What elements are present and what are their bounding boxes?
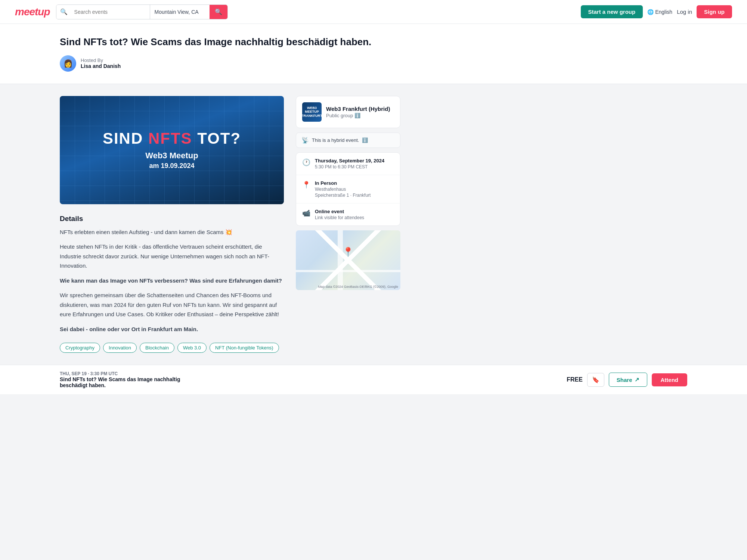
attend-button[interactable]: Attend [652,373,688,386]
location-content: In Person Westhafenhaus Speicherstraße 1… [315,180,371,198]
map-pin: 📍 [342,247,354,257]
venue-name: Westhafenhaus [315,187,371,192]
image-date: am 19.09.2024 [103,162,241,170]
event-header: Sind NFTs tot? Wie Scams das Image nachh… [0,24,747,84]
image-tot: TOT? [197,130,241,147]
video-icon: 📹 [302,209,310,220]
tag-innovation[interactable]: Innovation [103,343,137,353]
right-column: WEB3MEETUPFRANKFURT Web3 Frankfurt (Hybr… [296,96,400,290]
search-bar: 🔍 Mountain View, CA 🔍 [56,4,228,19]
hosted-by-label: Hosted By [81,57,121,63]
details-paragraph3: Wir sprechen gemeinsam über die Schatten… [60,290,284,319]
event-image: SIND NFTS TOT? Web3 Meetup am 19.09.2024 [60,96,284,204]
online-label: Online event [315,209,364,214]
tags-list: Cryptography Innovation Blockchain Web 3… [60,343,284,353]
online-row: 📹 Online event Link visible for attendee… [296,203,400,225]
share-button[interactable]: Share ↗ [609,373,647,387]
date-row: 🕐 Thursday, September 19, 2024 5:30 PM t… [296,153,400,175]
details-heading: Details [60,215,284,223]
image-subtitle: Web3 Meetup [103,151,241,161]
globe-icon: 🌐 [647,9,654,15]
location-icon: 📍 [302,181,310,198]
group-card: WEB3MEETUPFRANKFURT Web3 Frankfurt (Hybr… [296,96,400,128]
host-name: Lisa and Danish [81,63,121,69]
hybrid-icon: 📡 [301,137,309,144]
venue-address: Speicherstraße 1 · Frankfurt [315,193,371,198]
location-input[interactable]: Mountain View, CA [150,5,210,19]
online-sub: Link visible for attendees [315,215,364,220]
event-title: Sind NFTs tot? Wie Scams das Image nachh… [60,36,687,49]
image-nfts: NFTS [148,130,192,147]
price-badge: FREE [567,376,583,383]
tag-blockchain[interactable]: Blockchain [140,343,174,353]
details-closing: Sei dabei - online oder vor Ort in Frank… [60,324,284,334]
left-column: SIND NFTS TOT? Web3 Meetup am 19.09.2024… [60,96,284,353]
group-name: Web3 Frankfurt (Hybrid) [326,106,390,112]
online-content: Online event Link visible for attendees [315,209,364,220]
search-icon: 🔍 [56,5,71,19]
footer-bar: THU, SEP 19 · 3:30 PM UTC Sind NFTs tot?… [0,365,747,394]
clock-icon: 🕐 [302,158,310,169]
share-label: Share [617,377,632,383]
main-content: SIND NFTS TOT? Web3 Meetup am 19.09.2024… [0,84,747,365]
location-row: 📍 In Person Westhafenhaus Speicherstraße… [296,175,400,203]
tag-cryptography[interactable]: Cryptography [60,343,100,353]
event-image-content: SIND NFTS TOT? Web3 Meetup am 19.09.2024 [95,122,248,177]
map-container[interactable]: 📍 Map data ©2024 GeoBasis-DE/BKG (©2009)… [296,230,400,290]
bookmark-button[interactable]: 🔖 [587,373,604,387]
group-logo: WEB3MEETUPFRANKFURT [302,102,322,122]
host-info: Hosted By Lisa and Danish [81,57,121,69]
details-section: Details NFTs erlebten einen steilen Aufs… [60,215,284,353]
group-info: WEB3MEETUPFRANKFURT Web3 Frankfurt (Hybr… [302,102,394,122]
search-button[interactable]: 🔍 [210,5,227,19]
search-input[interactable] [71,5,150,19]
location-type: In Person [315,180,371,186]
image-headline: SIND NFTS TOT? [103,130,241,147]
new-group-button[interactable]: Start a new group [581,5,643,18]
share-icon: ↗ [635,376,639,383]
details-paragraph2: Heute stehen NFTs in der Kritik - das öf… [60,242,284,271]
avatar: 👩 [60,55,76,72]
hosted-by: 👩 Hosted By Lisa and Danish [60,55,687,72]
image-sind: SIND [103,130,143,147]
event-info-card: 🕐 Thursday, September 19, 2024 5:30 PM t… [296,152,400,226]
map-background: 📍 Map data ©2024 GeoBasis-DE/BKG (©2009)… [296,230,400,290]
hybrid-badge: 📡 This is a hybrid event. ℹ️ [296,133,400,148]
hybrid-text: This is a hybrid event. [312,137,359,143]
map-caption: Map data ©2024 GeoBasis-DE/BKG (©2009), … [318,285,398,289]
language-selector[interactable]: 🌐 English [647,9,672,15]
tag-nft[interactable]: NFT (Non-fungible Tokens) [210,343,279,353]
group-type-label: Public group [326,113,353,118]
meetup-logo[interactable]: meetup [15,6,50,18]
nav-right: Start a new group 🌐 English Log in Sign … [581,5,732,18]
details-question: Wie kann man das Image von NFTs verbesse… [60,276,284,286]
group-public: Public group ℹ️ [326,113,390,118]
hybrid-info-icon: ℹ️ [362,137,368,143]
info-icon: ℹ️ [354,113,360,118]
date-label: Thursday, September 19, 2024 [315,158,384,164]
footer-date: THU, SEP 19 · 3:30 PM UTC [60,371,209,376]
footer-left: THU, SEP 19 · 3:30 PM UTC Sind NFTs tot?… [60,371,209,388]
language-label: English [655,9,672,15]
login-button[interactable]: Log in [677,9,692,15]
date-content: Thursday, September 19, 2024 5:30 PM to … [315,158,384,169]
time-label: 5:30 PM to 6:30 PM CEST [315,164,384,169]
group-text: Web3 Frankfurt (Hybrid) Public group ℹ️ [326,106,390,118]
tag-web3[interactable]: Web 3.0 [177,343,207,353]
details-paragraph1: NFTs erlebten einen steilen Aufstieg - u… [60,227,284,237]
signup-button[interactable]: Sign up [697,5,732,18]
footer-event-name: Sind NFTs tot? Wie Scams das Image nachh… [60,376,209,388]
footer-right: FREE 🔖 Share ↗ Attend [567,373,687,387]
navbar: meetup 🔍 Mountain View, CA 🔍 Start a new… [0,0,747,24]
